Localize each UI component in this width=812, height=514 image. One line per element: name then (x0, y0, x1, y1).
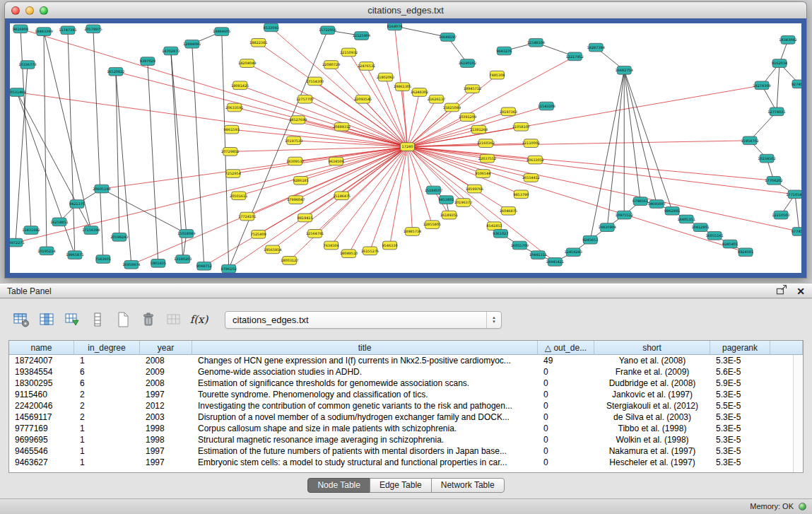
graph-node[interactable]: 16189351 (440, 211, 458, 219)
table-cell[interactable]: 2 (74, 400, 140, 411)
graph-node[interactable]: 14527699 (289, 116, 307, 124)
table-cell[interactable]: 0 (538, 434, 594, 445)
table-cell[interactable]: Estimation of significance thresholds fo… (192, 378, 538, 389)
graph-node[interactable]: 12110002 (522, 139, 540, 148)
graph-node[interactable]: 9162034 (772, 59, 787, 68)
table-cell[interactable]: Jankovic et al. (1997) (594, 389, 710, 400)
graph-node[interactable]: 12894091 (183, 40, 201, 48)
graph-node[interactable]: 8533093 (264, 23, 279, 32)
table-cell[interactable]: 9777169 (9, 423, 74, 434)
graph-node[interactable]: 19830904 (599, 223, 616, 232)
graph-node[interactable]: 11058107 (512, 122, 530, 131)
graph-node[interactable]: 9274012 (792, 80, 801, 88)
delete-table-icon[interactable] (139, 310, 158, 329)
table-cell[interactable]: Yano et al. (2008) (594, 355, 710, 366)
table-row[interactable]: 1872400712008Changes of HCN gene express… (9, 355, 803, 366)
graph-node[interactable]: 17710546 (786, 190, 801, 199)
new-table-icon[interactable] (113, 310, 132, 329)
table-cell[interactable]: 2 (74, 411, 140, 423)
graph-node[interactable]: 9245401 (722, 240, 738, 248)
graph-node[interactable]: 18599766 (466, 185, 483, 193)
table-row[interactable]: 1830029562008Estimation of significance … (9, 378, 803, 389)
tab-node-table[interactable]: Node Table (307, 478, 370, 493)
graph-node[interactable]: 10197533 (285, 136, 302, 145)
graph-node[interactable]: 9397029 (140, 57, 155, 66)
graph-node[interactable]: 10975512 (616, 211, 633, 219)
graph-node[interactable]: 18945712 (464, 85, 481, 93)
tab-edge-table[interactable]: Edge Table (370, 478, 432, 493)
table-cell[interactable]: Embryonic stem cells: a model to study s… (192, 457, 538, 468)
table-cell[interactable]: Estimation of the future numbers of pati… (192, 445, 538, 457)
graph-node[interactable]: 11548104 (527, 38, 545, 47)
graph-node[interactable]: 18972271 (10, 238, 25, 247)
graph-node[interactable]: 10412801 (691, 223, 709, 232)
table-cell[interactable]: Changes of HCN gene expression and I(f) … (192, 355, 538, 366)
graph-node[interactable]: 10336778 (18, 61, 36, 69)
graph-node[interactable]: 17554300 (306, 77, 324, 86)
import-table-icon[interactable] (62, 310, 81, 329)
graph-node[interactable]: 8164076 (387, 23, 402, 30)
table-cell[interactable]: 19384554 (9, 366, 74, 378)
graph-node[interactable]: 19197363 (500, 107, 517, 116)
graph-node[interactable]: 10195214 (37, 247, 55, 255)
window-titlebar[interactable]: citations_edges.txt (5, 2, 806, 19)
table-cell[interactable]: 0 (538, 411, 594, 423)
graph-node[interactable]: 12217952 (566, 52, 584, 61)
graph-node[interactable]: 17704202 (765, 176, 782, 185)
graph-node[interactable]: 9819415 (298, 214, 313, 222)
graph-node[interactable]: 18287394 (587, 43, 605, 52)
graph-node[interactable]: 16649197 (439, 33, 457, 42)
graph-node[interactable]: 21802063 (377, 73, 394, 81)
table-cell[interactable]: Wolkin et al. (1998) (594, 434, 710, 445)
table-selector-dropdown[interactable]: citations_edges.txt ▲▼ (225, 311, 502, 329)
graph-node[interactable]: 16520822 (107, 67, 124, 76)
vertical-scrollbar[interactable] (793, 355, 803, 472)
table-row[interactable]: 977716911998Corpus callosum shape and si… (9, 423, 803, 434)
graph-node[interactable]: 17724101 (238, 212, 256, 221)
graph-node[interactable]: 18081425 (231, 81, 249, 90)
table-cell[interactable]: 9465546 (9, 445, 74, 457)
table-cell[interactable]: 14569117 (9, 411, 74, 423)
graph-node[interactable]: 10234502 (758, 154, 775, 163)
network-graph-svg[interactable]: 1724012150932220807291755430012757707145… (10, 23, 801, 273)
graph-node[interactable]: 16248302 (411, 88, 428, 97)
graph-node[interactable]: 12757707 (296, 95, 314, 103)
table-cell[interactable]: 5.6E-5 (710, 366, 770, 378)
graph-node[interactable]: 5901935 (151, 259, 166, 267)
table-cell[interactable]: Disruption of a novel member of a sodium… (192, 411, 538, 423)
table-cell[interactable]: 5.3E-5 (710, 457, 770, 468)
graph-node[interactable]: 18343092 (779, 36, 796, 45)
table-cell[interactable]: 2003 (140, 411, 192, 423)
graph-node[interactable]: 20578975 (84, 25, 102, 33)
float-panel-icon[interactable] (775, 284, 788, 299)
graph-node[interactable]: 14695007 (648, 200, 666, 209)
network-canvas[interactable]: 1724012150932220807291755430012757707145… (10, 23, 801, 273)
graph-node[interactable]: 11747391 (59, 26, 76, 35)
column-icon[interactable] (88, 310, 107, 329)
graph-node[interactable]: 16155276 (361, 247, 379, 255)
graph-node[interactable]: 20501611 (230, 192, 247, 200)
graph-node[interactable]: 12160362 (477, 139, 495, 148)
tab-network-table[interactable]: Network Table (431, 478, 505, 493)
table-cell[interactable]: 1 (74, 457, 140, 468)
graph-node[interactable]: 12476531 (358, 62, 375, 71)
graph-node[interactable]: 12855805 (423, 221, 441, 229)
column-header[interactable]: short (594, 341, 710, 355)
graph-node[interactable]: 16055161 (705, 231, 723, 240)
graph-node[interactable]: 9853790 (513, 190, 529, 199)
table-cell[interactable]: 5.3E-5 (710, 423, 770, 434)
graph-node[interactable]: 7485308 (489, 71, 505, 79)
table-row[interactable]: 946362711997Embryonic stem cells: a mode… (9, 457, 803, 468)
graph-node[interactable]: 19965871 (66, 251, 83, 259)
graph-node[interactable]: 21626137 (428, 95, 445, 103)
table-cell[interactable]: 0 (538, 378, 594, 389)
graph-node[interactable]: 9546330 (382, 241, 397, 250)
graph-node[interactable]: 16046875 (500, 206, 517, 215)
graph-node[interactable]: 9048752 (196, 262, 212, 270)
graph-node[interactable]: 16554412 (522, 174, 540, 182)
graph-node[interactable]: 12564781 (306, 230, 324, 238)
graph-node[interactable]: 9245653 (582, 235, 598, 244)
graph-node[interactable]: 11381268 (470, 125, 488, 134)
table-cell[interactable]: 0 (538, 389, 594, 400)
graph-node[interactable]: 14702873 (162, 47, 180, 55)
